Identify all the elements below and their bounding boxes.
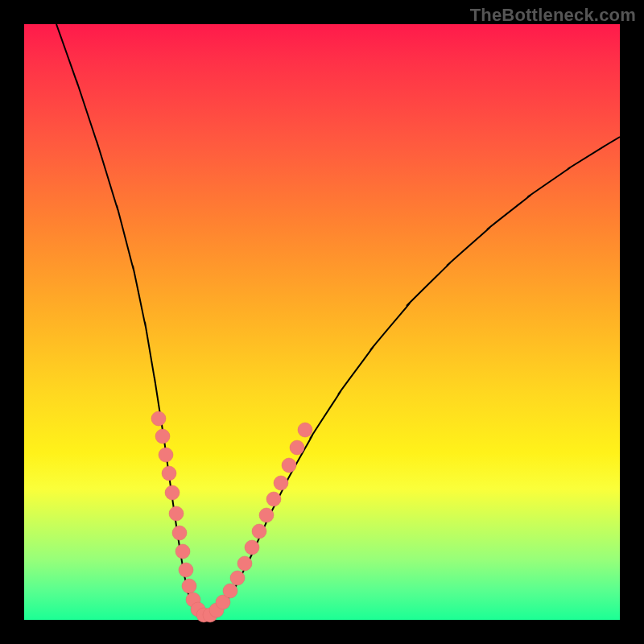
data-point [159,448,173,462]
watermark-text: TheBottleneck.com [470,5,636,26]
data-points-group [151,411,312,622]
v-curve-svg [24,24,620,620]
data-point [274,476,288,490]
data-point [259,508,274,522]
data-point [298,423,312,437]
data-point [172,526,187,540]
data-point [290,440,304,455]
curve-left-arm [56,24,207,616]
data-point [175,544,190,559]
data-point [245,540,259,555]
data-point [266,492,281,506]
data-point [230,571,245,585]
data-point [282,458,296,473]
data-point [223,584,237,598]
data-point [169,506,184,521]
data-point [162,466,176,481]
data-point [182,579,196,593]
data-point [252,524,266,539]
data-point [237,556,252,571]
curve-right-arm [207,137,620,616]
data-point [151,411,166,426]
data-point [179,563,193,577]
chart-frame [24,24,620,620]
data-point [155,429,170,444]
data-point [165,485,180,500]
